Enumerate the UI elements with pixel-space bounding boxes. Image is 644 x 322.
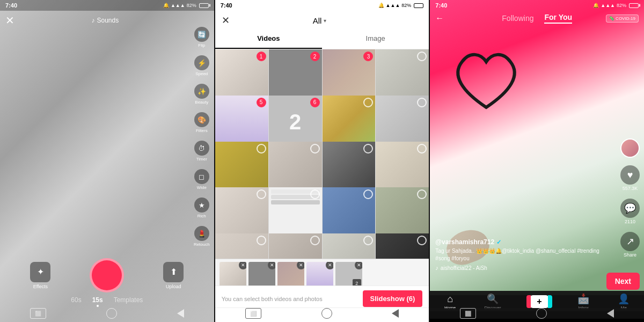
gallery-cell-1[interactable]: 1	[215, 49, 268, 103]
avatar-item[interactable]	[620, 138, 640, 158]
status-bar-tiktok: 7:40 🔔 ▲▲▲ 82%	[430, 0, 644, 11]
cell-checkbox-10[interactable]	[310, 144, 320, 153]
back-button-tiktok[interactable]: ←	[435, 13, 444, 23]
wide-control[interactable]: ◻ Wide	[194, 169, 209, 190]
flip-control[interactable]: 🔄 Flip	[194, 27, 209, 48]
gallery-cell-6[interactable]: 2 6	[269, 96, 322, 149]
rich-control[interactable]: ★ Rich	[194, 197, 209, 218]
remove-thumb-2[interactable]: ✕	[268, 262, 275, 269]
timer-control[interactable]: ⏱ Timer	[194, 141, 209, 162]
covid-badge[interactable]: 🦠 COVID-19	[606, 14, 639, 23]
cell-checkbox-15[interactable]	[363, 189, 373, 199]
cell-checkbox-2[interactable]: 2	[310, 52, 320, 61]
selected-thumb-2[interactable]: ✕	[248, 262, 275, 289]
tab-videos[interactable]: Videos	[215, 30, 322, 49]
slideshow-button[interactable]: Slideshow (6)	[363, 290, 423, 307]
gallery-cell-3[interactable]: 3	[323, 49, 376, 103]
cell-checkbox-13[interactable]	[257, 189, 266, 199]
gallery-cell-10[interactable]	[269, 142, 322, 195]
gallery-cell-5[interactable]: 5	[215, 96, 268, 149]
cell-checkbox-7[interactable]	[363, 98, 373, 107]
cell-checkbox-1[interactable]: 1	[257, 52, 266, 61]
cell-checkbox-3[interactable]: 3	[363, 52, 373, 61]
back-nav-gallery[interactable]: ⬜	[245, 308, 261, 319]
cell-checkbox-14[interactable]	[310, 189, 320, 199]
gallery-cell-11[interactable]	[323, 142, 376, 195]
speed-control[interactable]: ⚡ Speed	[194, 55, 209, 76]
gallery-cell-9[interactable]	[215, 142, 268, 195]
cell-checkbox-9[interactable]	[257, 144, 266, 153]
remove-thumb-3[interactable]: ✕	[297, 262, 304, 269]
remove-thumb-4[interactable]: ✕	[326, 262, 333, 269]
tab-image[interactable]: Image	[322, 30, 429, 49]
cell-checkbox-16[interactable]	[417, 189, 427, 199]
beauty-control[interactable]: ✨ Beauty	[194, 84, 209, 105]
following-tab[interactable]: Following	[502, 14, 533, 23]
share-icon: ↗	[620, 232, 640, 251]
share-action[interactable]: ↗ Share	[620, 232, 640, 258]
duration-60s[interactable]: 60s	[71, 296, 81, 307]
duration-templates[interactable]: Templates	[114, 296, 143, 307]
comment-action[interactable]: 💬 2110	[620, 199, 640, 224]
timer-label: Timer	[196, 157, 207, 162]
recent-nav-gallery[interactable]	[392, 309, 399, 318]
verified-icon: ✓	[496, 239, 501, 246]
close-button[interactable]: ✕	[5, 14, 14, 27]
back-nav-tiktok[interactable]: ⬜	[460, 308, 476, 319]
gallery-cell-12[interactable]	[376, 142, 429, 195]
username-label: @varshamishra712 ✓	[435, 238, 614, 246]
gallery-header: ✕ All ▾	[215, 11, 429, 30]
covid-icon: 🦠	[609, 16, 614, 21]
selected-thumb-5[interactable]: ✕ 2	[335, 262, 362, 289]
tab-create[interactable]: +	[530, 295, 549, 308]
gallery-cell-14[interactable]	[269, 187, 322, 240]
gallery-cell-15[interactable]	[323, 187, 376, 240]
gallery-close-button[interactable]: ✕	[222, 14, 230, 26]
recent-nav-tiktok[interactable]	[607, 309, 614, 318]
effects-button[interactable]: ✦ Effects	[30, 262, 50, 289]
recent-nav-button[interactable]	[177, 309, 184, 318]
gallery-cell-8[interactable]	[376, 96, 429, 149]
speed-icon: ⚡	[194, 55, 209, 70]
remove-thumb-1[interactable]: ✕	[239, 262, 246, 269]
cell-checkbox-20[interactable]	[417, 236, 427, 245]
gallery-cell-4[interactable]	[376, 49, 429, 103]
flip-label: Flip	[198, 43, 205, 48]
upload-button[interactable]: ⬆ Upload	[163, 262, 184, 289]
filters-control[interactable]: 🎨 Filters	[194, 112, 209, 133]
gallery-cell-7[interactable]	[323, 96, 376, 149]
wide-icon: ◻	[194, 169, 209, 184]
cell-checkbox-6[interactable]: 6	[310, 98, 320, 107]
duration-15s[interactable]: 15s	[92, 296, 103, 307]
tiktok-phone: 7:40 🔔 ▲▲▲ 82% ← Following For You 🦠 COV…	[430, 0, 644, 322]
create-button[interactable]: +	[530, 295, 549, 308]
next-button[interactable]: Next	[606, 273, 640, 290]
tab-home[interactable]: ⌂ Home	[444, 294, 456, 310]
cell-checkbox-12[interactable]	[417, 144, 427, 153]
like-action[interactable]: ♥ 557.3K	[620, 165, 640, 191]
cell-checkbox-19[interactable]	[363, 236, 373, 245]
cell-checkbox-17[interactable]	[257, 236, 266, 245]
gallery-cell-13[interactable]	[215, 187, 268, 240]
for-you-tab[interactable]: For You	[544, 13, 572, 24]
cell-checkbox-4[interactable]	[417, 52, 427, 61]
remove-thumb-5[interactable]: ✕	[355, 262, 362, 269]
gallery-title[interactable]: All ▾	[313, 16, 327, 25]
sounds-label[interactable]: Sounds	[91, 17, 119, 24]
home-nav-button[interactable]	[106, 308, 117, 319]
record-button[interactable]	[90, 258, 124, 292]
cell-checkbox-11[interactable]	[363, 144, 373, 153]
cell-checkbox-8[interactable]	[417, 98, 427, 107]
selected-thumb-4[interactable]: ✕	[306, 262, 333, 289]
back-nav-button[interactable]: ⬜	[30, 308, 46, 319]
battery-icon-g	[414, 3, 423, 8]
selected-thumb-3[interactable]: ✕	[277, 262, 304, 289]
home-nav-tiktok[interactable]	[536, 308, 547, 319]
gallery-cell-16[interactable]	[376, 187, 429, 240]
selected-thumb-1[interactable]: ✕	[219, 262, 246, 289]
gallery-cell-2[interactable]: 2	[269, 49, 322, 103]
retouch-control[interactable]: 💄 Retouch	[194, 226, 210, 247]
cell-checkbox-5[interactable]: 5	[257, 98, 266, 107]
home-nav-gallery[interactable]	[321, 308, 332, 319]
cell-checkbox-18[interactable]	[310, 236, 320, 245]
